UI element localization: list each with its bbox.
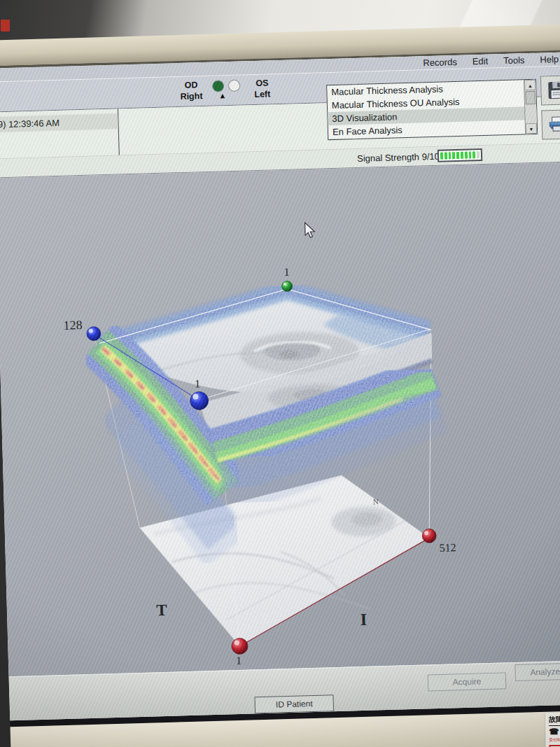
signal-bar [448, 152, 451, 159]
save-button[interactable] [540, 75, 560, 105]
label-bottom-1: 1 [236, 655, 241, 666]
signal-bar [468, 151, 471, 158]
oct-application-window: Records Edit Tools Help 0 OD Right ▲ [0, 52, 560, 720]
blue-corner-sphere-128[interactable] [87, 326, 102, 341]
od-radio-selected[interactable] [212, 80, 224, 92]
scroll-down-icon[interactable]: ▼ [526, 123, 537, 134]
photo-frame: Records Edit Tools Help 0 OD Right ▲ [0, 0, 560, 747]
label-128: 128 [63, 318, 83, 333]
signal-bar [472, 151, 475, 158]
service-sticker: 故障の際 ☎ 03-3 受付時間 T-30 [545, 713, 560, 747]
analysis-list: Macular Thickness Analysis Macular Thick… [326, 79, 538, 140]
axis-label-inferior: I [360, 610, 367, 629]
acquire-button[interactable]: Acquire [428, 672, 507, 691]
od-label: OD Right [180, 80, 203, 102]
id-patient-button[interactable]: ID Patient [254, 694, 334, 713]
eye-selector: OD Right ▲ OS Left [180, 78, 271, 104]
sticker-note: 受付時間 [549, 737, 560, 743]
oct-3d-cube-scene: 1 128 1 512 1 T I N [0, 162, 560, 676]
monitor: Records Edit Tools Help 0 OD Right ▲ [0, 24, 560, 747]
signal-strength-bars [438, 148, 482, 162]
label-top-back: 1 [284, 266, 289, 278]
eye-marker-triangle: ▲ [218, 92, 226, 99]
scan-list-selected-row[interactable]: (9) 12:39:46 AM [0, 114, 118, 132]
red-corner-sphere-1[interactable] [232, 638, 248, 655]
save-icon [547, 81, 560, 101]
label-512: 512 [439, 541, 456, 554]
sticker-title: 故障の際 [549, 715, 560, 726]
menu-edit[interactable]: Edit [472, 56, 489, 67]
3d-visualization-viewport: 1 128 1 512 1 T I N [0, 162, 560, 676]
eye-radio-group: ▲ [212, 78, 245, 103]
signal-bar [452, 152, 455, 159]
menu-help[interactable]: Help [540, 54, 559, 65]
analysis-scrollbar[interactable]: ▲ ▼ [524, 80, 537, 134]
signal-bar [440, 153, 443, 160]
os-radio[interactable] [228, 80, 240, 92]
signal-bar [477, 151, 479, 158]
scan-list-panel: (9) 12:39:46 AM [0, 109, 120, 158]
red-corner-sphere-512[interactable] [422, 529, 437, 543]
print-button[interactable] [541, 109, 560, 139]
scrollbar-thumb[interactable] [525, 91, 536, 104]
label-slice-1: 1 [195, 377, 200, 389]
side-tool-buttons [540, 75, 560, 144]
mouse-cursor [305, 223, 315, 238]
signal-bar [465, 152, 468, 159]
red-sticker-dot [1, 20, 10, 32]
axis-label-temporal: T [156, 601, 167, 619]
axis-label-nasal: N [373, 497, 379, 505]
green-corner-sphere[interactable] [281, 281, 292, 291]
scroll-up-icon[interactable]: ▲ [524, 80, 536, 90]
signal-bar [444, 152, 447, 159]
os-label: OS Left [254, 78, 271, 100]
blue-slice-sphere[interactable] [190, 391, 209, 410]
analyze-button[interactable]: Analyze [514, 663, 560, 681]
signal-bar [456, 152, 459, 159]
menu-records[interactable]: Records [423, 57, 457, 68]
signal-strength-label: Signal Strength 9/10 [357, 151, 440, 164]
menu-tools[interactable]: Tools [503, 55, 525, 66]
signal-bar [461, 152, 463, 159]
printer-icon [547, 116, 560, 134]
sticker-phone: ☎ 03-3 [549, 727, 560, 736]
